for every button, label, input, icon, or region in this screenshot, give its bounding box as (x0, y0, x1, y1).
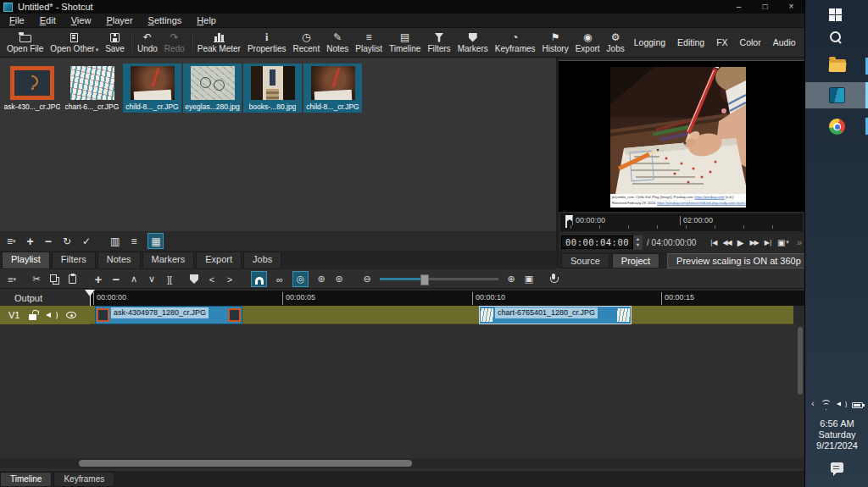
playlist-item[interactable]: child-8..._cr.JPG (123, 64, 181, 113)
jobs-button[interactable]: ⚙ Jobs (604, 29, 628, 57)
playlist-item[interactable]: chart-6..._cr.JPG (63, 64, 121, 113)
cut-button[interactable]: ✂ (31, 274, 42, 285)
skip-to-end-button[interactable]: ▶∣ (765, 239, 771, 246)
playlist-add-button[interactable]: + (27, 234, 34, 249)
tab-project[interactable]: Project (612, 253, 659, 268)
menu-edit[interactable]: Edit (32, 14, 64, 27)
timeline-vscrollbar-thumb[interactable] (798, 327, 803, 395)
file-explorer-icon[interactable] (829, 59, 846, 72)
tab-markers[interactable]: Markers (142, 252, 195, 269)
snap-toggle[interactable] (251, 271, 267, 287)
timeline-clip[interactable]: chart-6765401_1280_cr.JPG (479, 306, 632, 324)
lift-button[interactable]: ∧ (129, 274, 139, 285)
ripple-markers-toggle[interactable]: ⊚ (334, 274, 344, 285)
timeline-menu-button[interactable]: ≡▾ (7, 274, 17, 285)
history-button[interactable]: ⚑ History (539, 29, 572, 57)
view-details-button[interactable]: ▥ (110, 234, 120, 249)
export-button[interactable]: ◉ Export (572, 29, 604, 57)
menu-file[interactable]: File (2, 14, 32, 27)
wifi-icon[interactable] (820, 400, 831, 408)
markers-button[interactable]: Markers (454, 29, 492, 57)
record-audio-button[interactable] (548, 274, 559, 285)
save-button[interactable]: Save (102, 29, 128, 57)
preview-scrubber[interactable]: 00:00:00 02:00:00 (560, 213, 803, 231)
tab-playlist[interactable]: Playlist (2, 252, 50, 269)
close-button[interactable]: × (778, 0, 804, 14)
skip-to-start-button[interactable]: ∣◀ (709, 239, 716, 246)
menu-view[interactable]: View (64, 14, 99, 27)
playlist-remove-button[interactable]: − (45, 234, 52, 249)
volume-icon[interactable] (837, 401, 846, 408)
track-lane-v1[interactable]: ask-4304978_1280_cr.JPG chart-6765401_12… (90, 306, 804, 324)
timeline-clip[interactable]: ask-4304978_1280_cr.JPG (95, 306, 242, 324)
tab-jobs[interactable]: Jobs (243, 252, 281, 269)
tab-export[interactable]: Export (196, 252, 242, 269)
start-button[interactable] (829, 8, 842, 21)
layout-editing[interactable]: Editing (671, 36, 710, 49)
more-controls-icon[interactable]: » (797, 237, 802, 247)
filters-button[interactable]: Filters (424, 29, 453, 57)
timeline-hscrollbar[interactable] (0, 458, 804, 468)
create-marker-button[interactable] (189, 274, 199, 284)
undo-button[interactable]: ↶ Undo (134, 29, 161, 57)
notes-button[interactable]: ✎ Notes (323, 29, 352, 57)
output-track-header[interactable]: Output (0, 291, 90, 306)
playlist-item[interactable]: ask-430..._cr.JPG (3, 64, 61, 113)
in-out-button[interactable]: ▣ ▾ (777, 238, 789, 247)
zoom-fit-button[interactable]: ▣ (524, 274, 534, 285)
ripple-toggle[interactable]: ◎ (292, 271, 309, 287)
menu-help[interactable]: Help (189, 14, 224, 27)
timeline-ruler[interactable]: 00:00:00 00:00:05 00:00:10 00:00:15 (90, 291, 804, 306)
taskbar-search-icon[interactable] (829, 30, 843, 44)
ripple-all-tracks-toggle[interactable]: ⊛ (316, 274, 326, 285)
zoom-slider[interactable] (380, 278, 498, 280)
layout-audio[interactable]: Audio (767, 36, 802, 49)
playlist-item[interactable]: eyeglas...280.jpg (183, 64, 242, 113)
minimize-button[interactable]: – (726, 0, 752, 14)
playlist-item[interactable]: child-8..._cr.JPG (303, 64, 362, 113)
shotcut-taskbar-icon[interactable] (829, 87, 845, 103)
scrub-while-dragging-toggle[interactable]: ∞ (275, 274, 285, 285)
maximize-button[interactable]: □ (752, 0, 778, 14)
view-icons-button[interactable]: ▦ (147, 233, 164, 249)
tab-timeline[interactable]: Timeline (0, 472, 52, 487)
chrome-icon[interactable] (829, 119, 845, 135)
overwrite-button[interactable]: ∨ (147, 274, 157, 285)
playlist-menu-button[interactable]: ≡▾ (7, 234, 16, 249)
peak-meter-button[interactable]: Peak Meter (194, 29, 244, 57)
timecode-spinner[interactable]: ▲▼ (633, 235, 643, 250)
clock-time[interactable]: 6:56 AM (805, 418, 868, 429)
menu-settings[interactable]: Settings (141, 14, 190, 27)
play-button[interactable]: ▶ (737, 238, 744, 247)
view-tiles-button[interactable]: ≡ (131, 234, 136, 249)
tab-keyframes[interactable]: Keyframes (53, 472, 114, 487)
properties-button[interactable]: i Properties (244, 29, 290, 57)
copy-button[interactable] (49, 276, 59, 282)
tab-notes[interactable]: Notes (97, 252, 141, 269)
open-file-button[interactable]: Open File (3, 29, 47, 57)
redo-button[interactable]: ↷ Redo (161, 29, 188, 57)
split-button[interactable]: ][ (164, 274, 175, 285)
zoom-out-button[interactable]: ⊖ (362, 274, 372, 285)
layout-color[interactable]: Color (734, 36, 767, 49)
playlist-item[interactable]: books-...80.jpg (243, 64, 302, 113)
menu-player[interactable]: Player (98, 14, 140, 27)
recent-button[interactable]: ◷ Recent (289, 29, 323, 57)
notification-center-icon[interactable] (831, 462, 843, 473)
timeline-button[interactable]: ▤ Timeline (386, 29, 424, 57)
clock-day[interactable]: Saturday (805, 429, 868, 440)
rewind-button[interactable]: ◀◀ (722, 239, 731, 246)
paste-button[interactable] (67, 274, 77, 284)
track-header-v1[interactable]: V1 (0, 306, 90, 324)
fast-forward-button[interactable]: ▶▶ (749, 239, 758, 246)
zoom-in-button[interactable]: ⊕ (506, 274, 516, 285)
layout-logging[interactable]: Logging (628, 36, 671, 49)
playlist-update-button[interactable]: ↻ (63, 234, 71, 249)
keyframes-button[interactable]: ◔ Keyframes (492, 29, 539, 57)
append-button[interactable]: + (93, 272, 103, 286)
ripple-delete-button[interactable]: − (111, 272, 121, 286)
hscrollbar-thumb[interactable] (79, 460, 412, 467)
position-timecode[interactable]: 00:00:04:00 (561, 235, 633, 249)
next-marker-button[interactable]: > (225, 274, 235, 285)
battery-icon[interactable] (852, 402, 863, 408)
